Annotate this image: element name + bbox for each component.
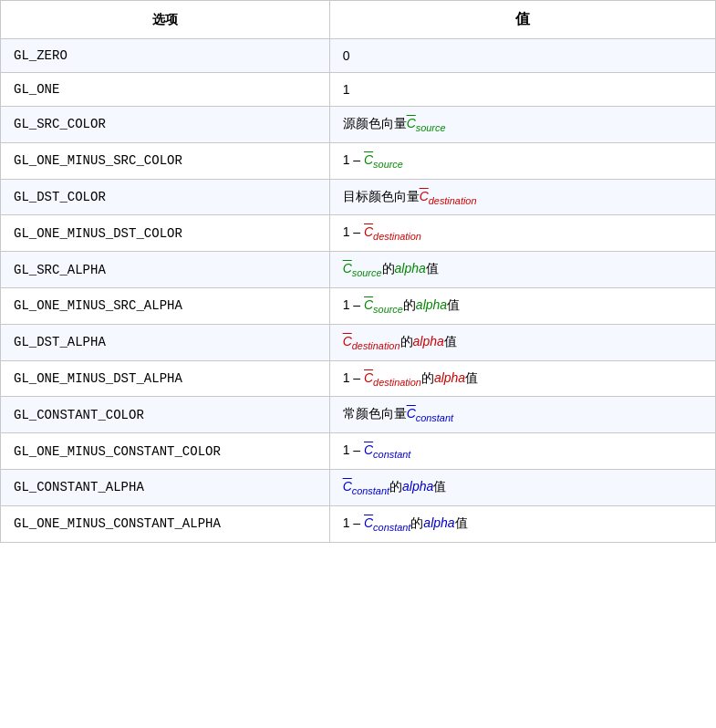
header-option: 选项 — [1, 1, 330, 39]
option-cell: GL_ZERO — [1, 39, 330, 73]
option-cell: GL_ONE_MINUS_CONSTANT_ALPHA — [1, 505, 330, 542]
value-cell: 1 – Csource — [329, 142, 715, 179]
option-cell: GL_DST_ALPHA — [1, 324, 330, 360]
table-row: GL_ZERO 0 — [1, 39, 716, 73]
option-cell: GL_SRC_ALPHA — [1, 252, 330, 288]
option-cell: GL_DST_COLOR — [1, 179, 330, 215]
table-row: GL_ONE_MINUS_DST_ALPHA 1 – Cdestination的… — [1, 360, 716, 397]
table-row: GL_CONSTANT_ALPHA Cconstant的alpha值 — [1, 469, 716, 505]
value-cell: 1 – Cdestination — [329, 215, 715, 252]
value-cell: 1 – Csource的alpha值 — [329, 287, 715, 324]
value-cell: 1 — [329, 73, 715, 107]
value-cell: 1 – Cconstant — [329, 433, 715, 470]
option-cell: GL_CONSTANT_ALPHA — [1, 469, 330, 505]
table-row: GL_SRC_COLOR 源颜色向量Csource — [1, 107, 716, 143]
table-row: GL_SRC_ALPHA Csource的alpha值 — [1, 252, 716, 288]
value-cell: 1 – Cconstant的alpha值 — [329, 505, 715, 542]
value-cell: 源颜色向量Csource — [329, 107, 715, 143]
value-cell: 0 — [329, 39, 715, 73]
table-row: GL_ONE_MINUS_CONSTANT_ALPHA 1 – Cconstan… — [1, 505, 716, 542]
option-cell: GL_ONE_MINUS_SRC_ALPHA — [1, 287, 330, 324]
option-cell: GL_SRC_COLOR — [1, 107, 330, 143]
blend-factor-table: 选项 值 GL_ZERO 0 GL_ONE 1 GL_SRC_COLOR 源颜色… — [0, 0, 716, 543]
option-cell: GL_ONE_MINUS_SRC_COLOR — [1, 142, 330, 179]
option-cell: GL_ONE — [1, 73, 330, 107]
header-value: 值 — [329, 1, 715, 39]
option-cell: GL_ONE_MINUS_DST_COLOR — [1, 215, 330, 252]
table-row: GL_ONE_MINUS_CONSTANT_COLOR 1 – Cconstan… — [1, 433, 716, 470]
table-row: GL_CONSTANT_COLOR 常颜色向量Cconstant — [1, 397, 716, 433]
value-cell: 常颜色向量Cconstant — [329, 397, 715, 433]
option-cell: GL_ONE_MINUS_DST_ALPHA — [1, 360, 330, 397]
table-row: GL_ONE_MINUS_SRC_ALPHA 1 – Csource的alpha… — [1, 287, 716, 324]
value-cell: Cconstant的alpha值 — [329, 469, 715, 505]
value-cell: 目标颜色向量Cdestination — [329, 179, 715, 215]
table-row: GL_DST_ALPHA Cdestination的alpha值 — [1, 324, 716, 360]
table-row: GL_ONE_MINUS_DST_COLOR 1 – Cdestination — [1, 215, 716, 252]
table-row: GL_DST_COLOR 目标颜色向量Cdestination — [1, 179, 716, 215]
table-row: GL_ONE 1 — [1, 73, 716, 107]
option-cell: GL_CONSTANT_COLOR — [1, 397, 330, 433]
option-cell: GL_ONE_MINUS_CONSTANT_COLOR — [1, 433, 330, 470]
value-cell: Cdestination的alpha值 — [329, 324, 715, 360]
value-cell: 1 – Cdestination的alpha值 — [329, 360, 715, 397]
value-cell: Csource的alpha值 — [329, 252, 715, 288]
table-row: GL_ONE_MINUS_SRC_COLOR 1 – Csource — [1, 142, 716, 179]
